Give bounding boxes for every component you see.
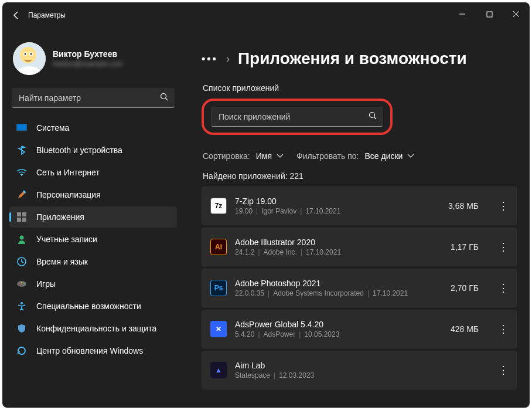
svg-rect-17 bbox=[22, 218, 26, 222]
app-size: 2,70 ГБ bbox=[451, 283, 479, 293]
svg-point-21 bbox=[19, 283, 20, 284]
app-size: 1,17 ГБ bbox=[451, 242, 479, 252]
filter-dropdown[interactable]: Фильтровать по: Все диски bbox=[296, 151, 414, 161]
app-meta: 5.4.20|AdsPower|10.05.2023 bbox=[235, 330, 442, 338]
filter-label: Фильтровать по: bbox=[296, 151, 359, 161]
app-meta: 19.00|Igor Pavlov|17.10.2021 bbox=[235, 207, 440, 215]
search-icon bbox=[160, 93, 169, 103]
app-info: Aim LabStatespace|12.03.2023 bbox=[235, 361, 470, 379]
update-icon bbox=[16, 345, 27, 356]
chevron-down-icon bbox=[277, 154, 284, 158]
settings-search[interactable] bbox=[12, 88, 175, 108]
profile-block[interactable]: Виктор Бухтеев hidden@example.com bbox=[9, 28, 177, 84]
sidebar-item-accessibility[interactable]: Специальные возможности bbox=[9, 296, 177, 317]
back-button[interactable] bbox=[7, 6, 26, 25]
sidebar-item-apps[interactable]: Приложения bbox=[9, 206, 177, 228]
settings-window: Параметры bbox=[2, 2, 530, 408]
svg-point-5 bbox=[25, 53, 26, 55]
minimize-button[interactable] bbox=[449, 2, 476, 26]
app-row[interactable]: PsAdobe Photoshop 202122.0.0.35|Adobe Sy… bbox=[202, 269, 517, 307]
sidebar-item-time-language[interactable]: Время и язык bbox=[9, 251, 177, 272]
app-icon: 7z bbox=[210, 198, 227, 214]
app-name: Aim Lab bbox=[235, 361, 470, 370]
sidebar-item-privacy[interactable]: Конфиденциальность и защита bbox=[9, 318, 177, 339]
app-more-button[interactable]: ⋮ bbox=[493, 277, 514, 299]
sidebar-item-network[interactable]: Сеть и Интернет bbox=[9, 162, 177, 183]
app-info: Adobe Illustrator 202024.1.2|Adobe Inc.|… bbox=[235, 238, 442, 256]
sidebar-item-label: Центр обновления Windows bbox=[36, 346, 143, 355]
app-meta: 24.1.2|Adobe Inc.|17.10.2021 bbox=[235, 248, 442, 256]
app-more-button[interactable]: ⋮ bbox=[493, 195, 514, 216]
app-name: Adobe Illustrator 2020 bbox=[235, 238, 442, 247]
app-more-button[interactable]: ⋮ bbox=[493, 360, 514, 381]
app-icon: ✕ bbox=[210, 321, 227, 337]
svg-rect-15 bbox=[22, 212, 26, 216]
avatar bbox=[13, 42, 46, 75]
close-button[interactable] bbox=[503, 2, 530, 26]
app-more-button[interactable]: ⋮ bbox=[493, 318, 514, 340]
app-more-button[interactable]: ⋮ bbox=[493, 236, 514, 257]
apps-icon bbox=[16, 212, 27, 222]
sidebar-item-personalization[interactable]: Персонализация bbox=[9, 184, 177, 205]
sidebar-item-label: Время и язык bbox=[36, 257, 88, 266]
app-row[interactable]: 7z7-Zip 19.0019.00|Igor Pavlov|17.10.202… bbox=[202, 187, 517, 225]
clock-icon bbox=[16, 256, 27, 267]
sidebar-item-label: Bluetooth и устройства bbox=[36, 145, 122, 155]
wifi-icon bbox=[16, 167, 27, 178]
sidebar-item-windows-update[interactable]: Центр обновления Windows bbox=[9, 340, 177, 361]
sidebar: Виктор Бухтеев hidden@example.com Систем… bbox=[2, 28, 184, 408]
gamepad-icon bbox=[16, 279, 27, 289]
app-name: AdsPower Global 5.4.20 bbox=[235, 320, 442, 329]
filters-row: Сортировка: Имя Фильтровать по: Все диск… bbox=[202, 151, 517, 161]
apps-list: 7z7-Zip 19.0019.00|Igor Pavlov|17.10.202… bbox=[202, 187, 517, 389]
maximize-button[interactable] bbox=[476, 2, 503, 26]
app-row[interactable]: AiAdobe Illustrator 202024.1.2|Adobe Inc… bbox=[202, 228, 517, 266]
settings-search-input[interactable] bbox=[12, 88, 175, 108]
chevron-right-icon: › bbox=[226, 53, 230, 65]
sidebar-item-system[interactable]: Система bbox=[9, 117, 177, 138]
svg-point-12 bbox=[21, 175, 22, 177]
person-icon bbox=[16, 234, 27, 245]
svg-point-18 bbox=[20, 236, 24, 240]
app-name: Adobe Photoshop 2021 bbox=[235, 279, 442, 288]
app-size: 428 МБ bbox=[451, 324, 479, 334]
titlebar: Параметры bbox=[2, 2, 530, 28]
svg-point-22 bbox=[23, 283, 25, 284]
svg-point-7 bbox=[30, 53, 32, 55]
sidebar-item-label: Система bbox=[36, 123, 69, 133]
profile-email: hidden@example.com bbox=[53, 60, 123, 68]
svg-rect-1 bbox=[487, 12, 492, 17]
sidebar-item-bluetooth[interactable]: Bluetooth и устройства bbox=[9, 140, 177, 161]
search-icon bbox=[369, 111, 377, 122]
sidebar-item-label: Учетные записи bbox=[36, 235, 97, 244]
sidebar-item-label: Специальные возможности bbox=[36, 301, 141, 311]
svg-point-23 bbox=[21, 282, 22, 283]
app-search-input[interactable] bbox=[211, 107, 383, 127]
app-row[interactable]: ▲Aim LabStatespace|12.03.2023⋮ bbox=[202, 351, 517, 389]
svg-rect-14 bbox=[17, 212, 21, 216]
paintbrush-icon bbox=[16, 189, 27, 200]
sidebar-item-label: Конфиденциальность и защита bbox=[36, 324, 156, 333]
app-info: AdsPower Global 5.4.205.4.20|AdsPower|10… bbox=[235, 320, 442, 338]
app-search[interactable] bbox=[211, 107, 383, 127]
breadcrumb-ellipsis-button[interactable]: ••• bbox=[202, 53, 218, 65]
app-row[interactable]: ✕AdsPower Global 5.4.205.4.20|AdsPower|1… bbox=[202, 310, 517, 348]
sort-label: Сортировка: bbox=[203, 151, 250, 161]
sidebar-item-label: Сеть и Интернет bbox=[36, 168, 100, 177]
sort-dropdown[interactable]: Сортировка: Имя bbox=[203, 151, 284, 161]
apps-found-count: Найдено приложений: 221 bbox=[203, 171, 517, 181]
profile-name: Виктор Бухтеев bbox=[53, 49, 123, 59]
sidebar-item-label: Приложения bbox=[36, 212, 84, 222]
sidebar-item-accounts[interactable]: Учетные записи bbox=[9, 229, 177, 250]
sidebar-item-label: Персонализация bbox=[36, 190, 101, 199]
bluetooth-icon bbox=[16, 145, 27, 155]
display-icon bbox=[16, 123, 27, 133]
svg-point-20 bbox=[17, 281, 26, 287]
chevron-down-icon bbox=[407, 154, 414, 158]
sidebar-item-label: Игры bbox=[36, 279, 56, 289]
nav: Система Bluetooth и устройства Сеть и Ин… bbox=[9, 117, 177, 361]
sidebar-item-gaming[interactable]: Игры bbox=[9, 273, 177, 294]
accessibility-icon bbox=[16, 301, 27, 311]
svg-line-9 bbox=[166, 99, 168, 101]
app-meta: Statespace|12.03.2023 bbox=[235, 371, 470, 379]
